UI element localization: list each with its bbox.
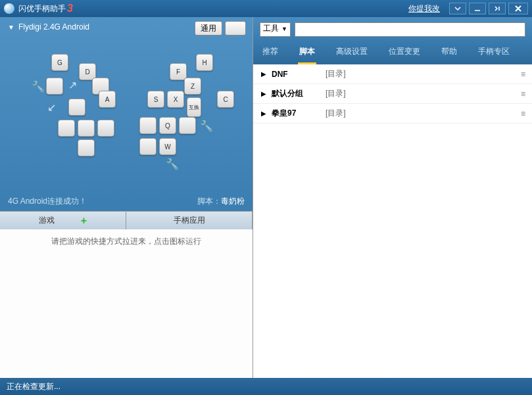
plus-icon: + [81, 215, 87, 227]
key-z[interactable]: Z [184, 78, 201, 95]
key-blank-3[interactable] [68, 99, 85, 116]
key-swap[interactable]: 互换 [187, 97, 201, 117]
tab-zone[interactable]: 手柄专区 [477, 43, 511, 64]
titlebar: 闪优手柄助手3 你提我改 [0, 0, 532, 17]
minimize-button[interactable] [469, 3, 486, 14]
key-x[interactable]: X [167, 91, 184, 108]
wrench-icon[interactable]: 🔧 [32, 80, 43, 92]
chevron-down-icon: ▼ [8, 24, 14, 31]
tab-games[interactable]: 游戏+ [0, 212, 126, 229]
tab-position[interactable]: 位置变更 [387, 43, 422, 64]
mode-button-blank[interactable] [225, 21, 246, 35]
chevron-right-icon: ▶ [261, 90, 266, 97]
statusbar: 正在检查更新... [0, 378, 532, 395]
key-blank-5[interactable] [78, 120, 95, 137]
key-blank-1[interactable] [46, 78, 63, 95]
compact-button[interactable] [489, 3, 506, 14]
feedback-link[interactable]: 你提我改 [408, 3, 440, 14]
key-blank-10[interactable] [139, 138, 157, 155]
list-item[interactable]: ▶ DNF [目录] ≡ [253, 64, 532, 84]
key-a[interactable]: A [99, 91, 116, 108]
left-panel: ▼ Flydigi 2.4G Android 通用 G D F H 🔧 ↗ Z … [0, 17, 253, 378]
wrench-icon-3[interactable]: 🔧 [166, 158, 178, 170]
tab-script[interactable]: 脚本 [298, 43, 316, 64]
menu-icon[interactable]: ≡ [521, 89, 524, 99]
key-w[interactable]: W [159, 138, 176, 155]
bottom-tabs: 游戏+ 手柄应用 [0, 211, 253, 229]
key-blank-4[interactable] [58, 120, 75, 137]
key-q[interactable]: Q [159, 117, 176, 134]
right-panel: 工具▼ 推荐 脚本 高级设置 位置变更 帮助 手柄专区 ▶ DNF [目录] ≡… [253, 17, 532, 378]
wrench-icon-2[interactable]: 🔧 [200, 120, 212, 131]
chevron-down-icon: ▼ [281, 26, 287, 32]
tab-apps[interactable]: 手柄应用 [126, 212, 253, 229]
key-blank-8[interactable] [179, 117, 196, 134]
key-f[interactable]: F [170, 63, 187, 80]
app-logo-icon [4, 3, 14, 14]
list-item[interactable]: ▶ 默认分组 [目录] ≡ [253, 84, 532, 104]
search-input[interactable] [295, 22, 525, 37]
list-item[interactable]: ▶ 拳皇97 [目录] ≡ [253, 104, 532, 124]
key-g[interactable]: G [51, 54, 68, 71]
key-c[interactable]: C [217, 91, 234, 108]
close-button[interactable] [508, 3, 528, 14]
tool-dropdown[interactable]: 工具▼ [260, 22, 291, 37]
script-list: ▶ DNF [目录] ≡ ▶ 默认分组 [目录] ≡ ▶ 拳皇97 [目录] ≡ [253, 64, 532, 378]
tab-recommend[interactable]: 推荐 [261, 43, 279, 64]
mode-button-general[interactable]: 通用 [195, 21, 222, 35]
key-s[interactable]: S [147, 91, 164, 108]
chevron-right-icon: ▶ [261, 110, 266, 117]
connection-status: 4G Android连接成功！ 脚本：毒奶粉 [0, 192, 253, 211]
tab-help[interactable]: 帮助 [440, 43, 458, 64]
menu-icon[interactable]: ≡ [521, 70, 524, 79]
key-blank-9[interactable] [78, 139, 95, 156]
arrow-down-left-icon: ↙ [47, 101, 56, 114]
nav-tabs: 推荐 脚本 高级设置 位置变更 帮助 手柄专区 [253, 39, 532, 64]
dropdown-button[interactable] [449, 3, 466, 14]
key-blank-6[interactable] [97, 120, 114, 137]
app-title: 闪优手柄助手3 [18, 3, 408, 14]
game-drop-area[interactable]: 请把游戏的快捷方式拉进来，点击图标运行 [0, 229, 253, 378]
menu-icon[interactable]: ≡ [521, 109, 524, 118]
tab-advanced[interactable]: 高级设置 [335, 43, 369, 64]
chevron-right-icon: ▶ [261, 70, 266, 78]
key-h[interactable]: H [196, 54, 213, 71]
gamepad-layout: G D F H 🔧 ↗ Z ↙ A S X 互换 C Q 🔧 W [0, 34, 253, 192]
key-blank-7[interactable] [139, 117, 157, 134]
arrow-up-right-icon: ↗ [68, 79, 77, 91]
